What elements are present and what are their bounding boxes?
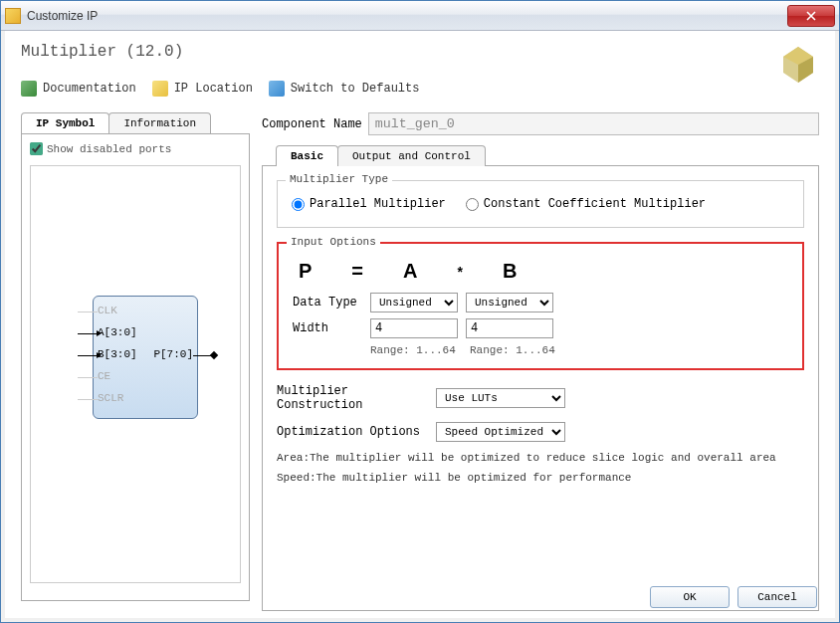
data-type-b-select[interactable]: Unsigned	[466, 293, 553, 312]
tab-ip-symbol[interactable]: IP Symbol	[21, 112, 109, 133]
show-disabled-checkbox-row[interactable]: Show disabled ports	[30, 142, 241, 155]
inner-content: Multiplier Type Parallel Multiplier Cons…	[262, 165, 819, 611]
window-title: Customize IP	[27, 9, 787, 23]
close-icon	[806, 11, 816, 21]
multiplier-type-fieldset: Multiplier Type Parallel Multiplier Cons…	[277, 180, 804, 228]
parallel-multiplier-radio[interactable]: Parallel Multiplier	[292, 197, 446, 211]
app-icon	[5, 8, 21, 24]
main-area: IP Symbol Information Show disabled port…	[21, 112, 819, 600]
multiplier-type-radios: Parallel Multiplier Constant Coefficient…	[292, 193, 789, 215]
ok-button[interactable]: OK	[650, 586, 730, 608]
titlebar: Customize IP	[1, 1, 839, 31]
right-panel: Component Name Basic Output and Control …	[262, 112, 819, 600]
area-description: Area:The multiplier will be optimized to…	[277, 452, 804, 464]
content: Multiplier (12.0) Documentation IP Locat…	[5, 31, 835, 618]
component-name-input[interactable]	[368, 112, 819, 135]
input-options-legend: Input Options	[287, 236, 380, 248]
eq-p: P	[299, 260, 312, 283]
range-row: Range: 1...64 Range: 1...64	[370, 344, 788, 356]
input-options-fieldset: Input Options P = A * B Data Type Unsign…	[277, 242, 804, 370]
constant-multiplier-radio[interactable]: Constant Coefficient Multiplier	[466, 197, 706, 211]
construction-row: Multiplier Construction Use LUTs	[277, 384, 804, 412]
data-type-row: Data Type Unsigned Unsigned	[293, 293, 788, 312]
range-a-label: Range: 1...64	[370, 344, 462, 356]
construction-label: Multiplier Construction	[277, 384, 428, 412]
port-p: P[7:0]	[153, 348, 193, 360]
documentation-link[interactable]: Documentation	[43, 82, 136, 96]
port-b: B[3:0]	[98, 348, 137, 360]
eq-a: A	[403, 260, 417, 283]
bottom-bar: OK Cancel	[650, 586, 817, 608]
close-button[interactable]	[787, 5, 835, 27]
optimization-row: Optimization Options Speed Optimized	[277, 422, 804, 442]
port-clk: CLK	[98, 305, 117, 316]
component-name-label: Component Name	[262, 117, 362, 131]
speed-description: Speed:The multiplier will be optimized f…	[277, 472, 804, 484]
tab-basic[interactable]: Basic	[276, 145, 338, 166]
width-a-input[interactable]	[370, 318, 458, 338]
window: Customize IP Multiplier (12.0) Documenta…	[0, 0, 840, 623]
data-type-a-select[interactable]: Unsigned	[370, 293, 458, 312]
construction-select[interactable]: Use LUTs	[436, 388, 565, 408]
parallel-radio-input[interactable]	[292, 198, 305, 211]
page-title: Multiplier (12.0)	[21, 43, 819, 61]
vivado-logo-icon	[777, 43, 819, 85]
left-panel: IP Symbol Information Show disabled port…	[21, 112, 250, 600]
port-ce: CE	[98, 370, 110, 382]
port-a: A[3:0]	[98, 326, 137, 338]
toolbar: Documentation IP Location Switch to Defa…	[21, 77, 819, 104]
ip-location-link[interactable]: IP Location	[174, 82, 253, 96]
width-b-input[interactable]	[466, 318, 553, 338]
tab-information[interactable]: Information	[108, 112, 211, 133]
eq-star: *	[457, 264, 462, 280]
show-disabled-label: Show disabled ports	[47, 143, 171, 155]
eq-equals: =	[351, 260, 363, 283]
component-name-row: Component Name	[262, 112, 819, 135]
width-label: Width	[293, 321, 362, 335]
optimization-label: Optimization Options	[277, 425, 428, 439]
symbol-canvas: CLK A[3:0] B[3:0]	[30, 165, 241, 583]
ip-block: CLK A[3:0] B[3:0]	[93, 296, 198, 419]
switch-defaults-link[interactable]: Switch to Defaults	[291, 82, 420, 96]
optimization-select[interactable]: Speed Optimized	[436, 422, 565, 442]
documentation-icon	[21, 81, 37, 97]
constant-radio-input[interactable]	[466, 198, 479, 211]
equation: P = A * B	[299, 260, 788, 283]
tab-output-control[interactable]: Output and Control	[337, 145, 486, 166]
show-disabled-checkbox[interactable]	[30, 142, 43, 155]
port-sclr: SCLR	[98, 392, 123, 404]
cancel-button[interactable]: Cancel	[737, 586, 817, 608]
left-tab-content: Show disabled ports CLK A[3:0]	[21, 133, 250, 601]
range-b-label: Range: 1...64	[470, 344, 561, 356]
inner-tabs: Basic Output and Control	[276, 145, 819, 166]
refresh-icon	[269, 81, 285, 97]
multiplier-type-legend: Multiplier Type	[286, 173, 392, 185]
data-type-label: Data Type	[293, 296, 362, 310]
width-row: Width	[293, 318, 788, 338]
left-tab-row: IP Symbol Information	[21, 112, 250, 133]
eq-b: B	[503, 260, 517, 283]
folder-icon	[152, 81, 168, 97]
